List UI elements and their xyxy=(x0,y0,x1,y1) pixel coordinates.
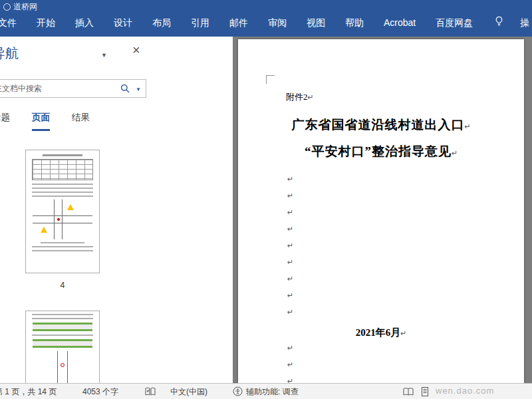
search-options-caret-icon[interactable]: ▼ xyxy=(136,86,141,92)
pilcrow-mark: ↵ xyxy=(287,340,293,356)
search-input[interactable] xyxy=(0,80,112,97)
page-thumbnail-4[interactable] xyxy=(25,150,100,273)
thumb-text-line xyxy=(32,314,93,315)
warning-triangle-icon xyxy=(67,204,74,210)
ribbon-tab-design[interactable]: 设计 xyxy=(104,9,142,37)
document-date-line: 2021年6月↵ xyxy=(238,324,524,342)
empty-paragraph-marks: ↵ ↵ ↵ ↵ ↵ ↵ ↵ ↵ ↵ xyxy=(287,171,293,321)
thumbnail-page-number: 4 xyxy=(25,281,100,290)
ribbon-tab-baidu-netdisk[interactable]: 百度网盘 xyxy=(426,9,483,37)
page-thumbnail-5[interactable] xyxy=(25,311,100,383)
nav-tab-results[interactable]: 结果 xyxy=(72,112,90,131)
thumb-text-line xyxy=(32,250,93,251)
ribbon-tab-help[interactable]: 帮助 xyxy=(335,9,374,37)
pilcrow-mark: ↵ xyxy=(464,122,470,131)
nav-tab-pages[interactable]: 页面 xyxy=(32,112,50,131)
document-page[interactable]: 附件2↵ 广东省国省道沿线村道出入口↵ “平安村口”整治指导意见↵ ↵ ↵ ↵ … xyxy=(238,39,524,383)
pilcrow-mark: ↵ xyxy=(287,271,293,287)
thumb-text-line xyxy=(32,196,93,197)
accessibility-status[interactable]: 辅助功能: 调查 xyxy=(246,386,299,398)
site-watermark-bottom: wen.dao.com xyxy=(436,386,494,396)
navigation-close-icon[interactable]: × xyxy=(132,43,140,57)
document-title-line1: 广东省国省道沿线村道出入口↵ xyxy=(238,114,524,138)
read-mode-icon[interactable] xyxy=(403,388,414,396)
pilcrow-mark: ↵ xyxy=(452,149,458,158)
site-logo-icon xyxy=(3,3,11,11)
ribbon-tab-file[interactable]: 文件 xyxy=(0,9,27,37)
pilcrow-mark: ↵ xyxy=(287,221,293,237)
ribbon-tab-view[interactable]: 视图 xyxy=(297,9,335,37)
thumb-text-line xyxy=(32,334,93,336)
ribbon-tabs: 文件 开始 插入 设计 布局 引用 邮件 审阅 视图 帮助 Acrobat 百度… xyxy=(0,9,532,37)
ribbon-tab-references[interactable]: 引用 xyxy=(181,9,219,37)
thumb-table-caption xyxy=(43,154,83,156)
pilcrow-mark: ↵ xyxy=(287,188,293,204)
navigation-pane: 导航 ▼ × ▼ 标题 页面 结果 xyxy=(0,37,233,383)
pilcrow-mark: ↵ xyxy=(287,254,293,271)
document-search-box: ▼ xyxy=(0,79,146,98)
pilcrow-mark: ↵ xyxy=(287,373,293,383)
thumb-text-line xyxy=(32,192,93,193)
pilcrow-mark: ↵ xyxy=(287,356,293,373)
pilcrow-mark: ↵ xyxy=(287,304,293,321)
print-layout-icon[interactable] xyxy=(420,387,430,396)
word-count-status[interactable]: 4053 个字 xyxy=(82,386,118,398)
ribbon-tab-layout[interactable]: 布局 xyxy=(142,9,181,37)
pilcrow-mark: ↵ xyxy=(287,237,293,254)
margin-crop-mark xyxy=(266,75,275,84)
document-title-line2: “平安村口”整治指导意见↵ xyxy=(238,140,524,165)
thumb-table xyxy=(32,159,93,180)
ribbon-tab-review[interactable]: 审阅 xyxy=(258,9,297,37)
pilcrow-mark: ↵ xyxy=(287,204,293,221)
thumb-text-line xyxy=(32,188,93,189)
site-watermark-text: 道桥网 xyxy=(13,1,37,13)
lightbulb-icon xyxy=(494,16,504,29)
thumb-text-line xyxy=(32,184,93,185)
navigation-options-caret-icon[interactable]: ▼ xyxy=(101,52,107,59)
tell-me-lightbulb[interactable] xyxy=(488,9,510,37)
ribbon-tab-insert[interactable]: 插入 xyxy=(65,9,104,37)
pilcrow-mark: ↵ xyxy=(287,287,293,304)
navigation-pane-title: 导航 xyxy=(0,45,19,63)
tell-me-label[interactable]: 操 xyxy=(510,9,532,37)
accessibility-icon[interactable] xyxy=(233,386,243,396)
thumb-road-vertical xyxy=(57,351,68,383)
warning-triangle-icon xyxy=(41,227,47,233)
page-number-status[interactable]: 第 1 页，共 14 页 xyxy=(0,386,57,398)
thumb-figure-caption xyxy=(41,242,84,243)
site-watermark-top: 道桥网 xyxy=(3,1,37,13)
ribbon-tab-mailings[interactable]: 邮件 xyxy=(219,9,258,37)
ribbon-bar: 道桥网 文件 开始 插入 设计 布局 引用 邮件 审阅 视图 帮助 Acroba… xyxy=(0,0,532,37)
thumb-red-circle xyxy=(61,363,65,367)
thumb-road-horizontal xyxy=(33,215,92,223)
thumb-road-section xyxy=(33,323,92,331)
language-status[interactable]: 中文(中国) xyxy=(170,386,207,398)
document-canvas: 附件2↵ 广东省国省道沿线村道出入口↵ “平安村口”整治指导意见↵ ↵ ↵ ↵ … xyxy=(233,37,532,383)
thumb-road-section xyxy=(33,339,92,348)
thumb-intersection-diagram xyxy=(33,200,92,239)
attachment-line: 附件2↵ xyxy=(286,91,314,103)
proofing-icon[interactable] xyxy=(145,387,156,396)
ribbon-tab-home[interactable]: 开始 xyxy=(27,9,65,37)
pilcrow-mark: ↵ xyxy=(400,329,406,338)
word-window: 道桥网 文件 开始 插入 设计 布局 引用 邮件 审阅 视图 帮助 Acroba… xyxy=(0,0,532,399)
nav-tab-headings[interactable]: 标题 xyxy=(0,112,10,131)
thumb-marker-dot xyxy=(57,218,60,221)
empty-paragraph-marks: ↵ ↵ ↵ xyxy=(287,340,293,383)
pilcrow-mark: ↵ xyxy=(287,171,293,188)
status-bar: 第 1 页，共 14 页 4053 个字 中文(中国) 辅助功能: 调查 xyxy=(0,383,532,399)
thumb-text-line xyxy=(32,318,93,319)
thumb-text-line xyxy=(32,246,93,247)
ribbon-tab-acrobat[interactable]: Acrobat xyxy=(374,9,426,37)
pilcrow-mark: ↵ xyxy=(308,93,314,102)
search-icon[interactable] xyxy=(120,84,130,93)
